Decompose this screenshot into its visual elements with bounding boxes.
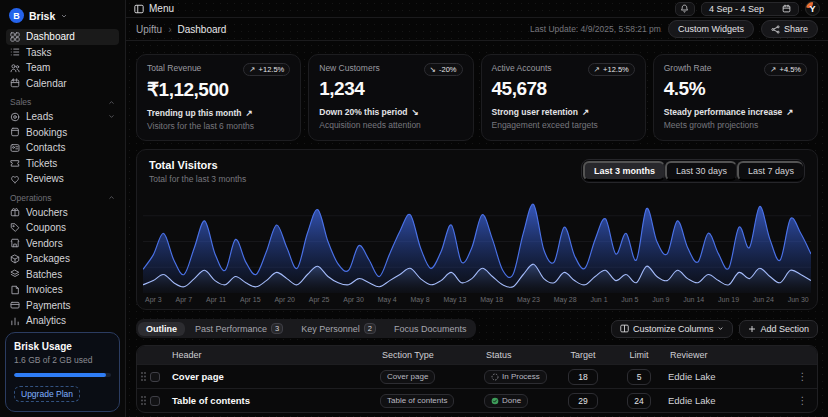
trend-up-icon: ↗ xyxy=(582,107,589,117)
sidebar-section-sales[interactable]: Sales xyxy=(6,91,119,109)
sidebar-item-team[interactable]: Team xyxy=(6,60,119,76)
usage-detail: 1.6 GB of 2 GB used xyxy=(14,355,111,365)
row-checkbox[interactable] xyxy=(150,372,160,382)
add-section-button[interactable]: Add Section xyxy=(739,320,818,338)
col-reviewer: Reviewer xyxy=(668,350,788,360)
sidebar: B Brisk DashboardTasksTeamCalendarSalesL… xyxy=(0,0,126,417)
sidebar-item-tickets[interactable]: Tickets xyxy=(6,156,119,172)
tab-count-badge: 3 xyxy=(271,323,283,334)
kpi-value: 1,234 xyxy=(319,78,462,100)
sidebar-item-label: Packages xyxy=(26,253,70,264)
sidebar-item-batches[interactable]: Batches xyxy=(6,267,119,283)
payments-icon xyxy=(10,300,20,310)
sidebar-item-invoices[interactable]: Invoices xyxy=(6,282,119,298)
upgrade-plan-button[interactable]: Upgrade Plan xyxy=(14,386,80,402)
packages-icon xyxy=(10,254,20,264)
kpi-badge-value: -20% xyxy=(439,65,457,74)
customize-columns-label: Customize Columns xyxy=(633,324,714,334)
range-last-30-days[interactable]: Last 30 days xyxy=(665,161,737,181)
custom-widgets-button[interactable]: Custom Widgets xyxy=(668,20,754,38)
kpi-trend-badge: ↘-20% xyxy=(424,63,463,76)
sidebar-item-tasks[interactable]: Tasks xyxy=(6,45,119,61)
sidebar-item-reviews[interactable]: Reviews xyxy=(6,171,119,187)
trend-up-icon: ↗ xyxy=(245,108,252,118)
sidebar-item-packages[interactable]: Packages xyxy=(6,251,119,267)
sidebar-item-vendors[interactable]: Vendors xyxy=(6,236,119,252)
calendar-icon xyxy=(782,4,791,13)
tab-label: Key Personnel xyxy=(301,324,360,334)
reviewer-cell[interactable]: Eddie Lake xyxy=(668,395,788,406)
chevron-up-icon xyxy=(108,194,115,201)
sidebar-item-contacts[interactable]: Contacts xyxy=(6,140,119,156)
trend-up-icon: ↗ xyxy=(594,65,600,74)
sidebar-section-label: Sales xyxy=(10,97,31,107)
sidebar-item-payments[interactable]: Payments xyxy=(6,298,119,314)
sidebar-section-label: Operations xyxy=(10,193,52,203)
area-chart[interactable] xyxy=(137,190,817,293)
bell-icon xyxy=(680,4,689,13)
menu-button[interactable]: Menu xyxy=(134,3,174,14)
sidebar-item-label: Batches xyxy=(26,269,62,280)
sidebar-item-leads[interactable]: Leads xyxy=(6,109,119,125)
usage-card: Brisk Usage 1.6 GB of 2 GB used Upgrade … xyxy=(5,332,120,412)
x-tick: May 13 xyxy=(443,296,466,303)
sidebar-item-dashboard[interactable]: Dashboard xyxy=(6,29,119,45)
notifications-button[interactable] xyxy=(675,2,695,16)
drag-handle-icon[interactable] xyxy=(137,395,150,406)
brand-logo: B xyxy=(9,8,24,23)
sidebar-section-operations[interactable]: Operations xyxy=(6,187,119,205)
visitors-chart-card: Total Visitors Total for the last 3 mont… xyxy=(136,149,818,310)
tab-list: OutlinePast Performance3Key Personnel2Fo… xyxy=(136,319,476,338)
user-avatar[interactable]: Y xyxy=(805,1,820,16)
sidebar-item-analytics[interactable]: Analytics xyxy=(6,313,119,329)
contacts-icon xyxy=(10,143,20,153)
date-range-picker[interactable]: 4 Sep - 4 Sep xyxy=(701,2,799,16)
kpi-title: Growth Rate xyxy=(664,63,712,73)
vouchers-icon xyxy=(10,207,20,217)
topbar: Menu 4 Sep - 4 Sep Y xyxy=(126,0,828,18)
row-checkbox[interactable] xyxy=(150,396,160,406)
kpi-card-new-customers: New Customers↘-20%1,234Down 20% this per… xyxy=(308,54,473,141)
sidebar-item-label: Calendar xyxy=(26,78,67,89)
dashboard-content: Total Revenue↗+12.5%₹1,12,500Trending up… xyxy=(126,41,828,417)
row-menu-button[interactable]: ⋮ xyxy=(788,371,817,382)
row-menu-button[interactable]: ⋮ xyxy=(788,395,817,406)
chevron-down-icon xyxy=(60,12,68,20)
customize-columns-button[interactable]: Customize Columns xyxy=(611,320,734,338)
share-button[interactable]: Share xyxy=(761,20,818,38)
add-section-label: Add Section xyxy=(760,324,809,334)
sidebar-item-label: Bookings xyxy=(26,127,67,138)
sidebar-item-label: Vouchers xyxy=(26,207,68,218)
x-tick: Jun 24 xyxy=(753,296,774,303)
reviewer-cell[interactable]: Eddie Lake xyxy=(668,371,788,382)
tab-past-performance[interactable]: Past Performance3 xyxy=(187,321,291,336)
check-circle-icon xyxy=(491,397,499,405)
drag-handle-icon[interactable] xyxy=(137,371,150,382)
sidebar-item-coupons[interactable]: Coupons xyxy=(6,220,119,236)
trend-down-icon: ↘ xyxy=(412,107,419,117)
app-root: B Brisk DashboardTasksTeamCalendarSalesL… xyxy=(0,0,828,417)
limit-input[interactable] xyxy=(627,393,651,409)
leads-icon xyxy=(10,112,20,122)
limit-input[interactable] xyxy=(627,369,651,385)
trend-up-icon: ↗ xyxy=(249,65,255,74)
tabs-row: OutlinePast Performance3Key Personnel2Fo… xyxy=(136,319,818,338)
share-icon xyxy=(771,25,780,34)
sidebar-item-vouchers[interactable]: Vouchers xyxy=(6,205,119,221)
tab-outline[interactable]: Outline xyxy=(138,322,185,336)
tab-key-personnel[interactable]: Key Personnel2 xyxy=(293,321,384,336)
target-input[interactable] xyxy=(568,369,598,385)
workspace-switcher[interactable]: B Brisk xyxy=(6,5,119,29)
target-input[interactable] xyxy=(568,393,598,409)
kpi-row: Total Revenue↗+12.5%₹1,12,500Trending up… xyxy=(136,54,818,141)
sidebar-item-bookings[interactable]: Bookings xyxy=(6,125,119,141)
breadcrumb-app[interactable]: Upiftu xyxy=(136,24,162,35)
sidebar-item-label: Analytics xyxy=(26,315,66,326)
kpi-subtext: Visitors for the last 6 months xyxy=(147,121,290,131)
kpi-trend-label: Trending up this month↗ xyxy=(147,108,290,118)
col-header: Header xyxy=(170,350,380,360)
sidebar-item-calendar[interactable]: Calendar xyxy=(6,76,119,92)
range-last-7-days[interactable]: Last 7 days xyxy=(737,161,803,181)
range-last-3-months[interactable]: Last 3 months xyxy=(583,161,665,181)
tab-focus-documents[interactable]: Focus Documents xyxy=(386,322,475,336)
